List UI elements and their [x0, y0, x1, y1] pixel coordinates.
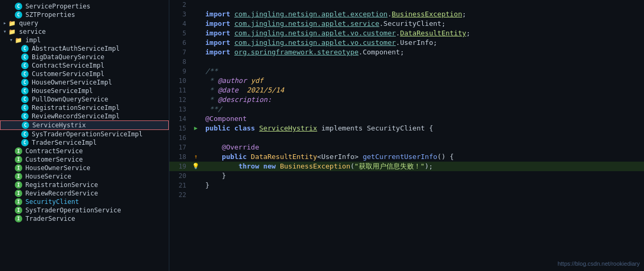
- line-number: 4: [169, 19, 191, 29]
- sidebar-item-label: ReviewRecordServiceImpl: [32, 113, 120, 120]
- sidebar-item-contractservice[interactable]: IContractService: [0, 147, 169, 155]
- code-line-22: 22: [169, 190, 644, 200]
- sidebar-item-systraderoperationserviceimpl[interactable]: CSysTraderOperationServiceImpl: [0, 130, 169, 138]
- line-number: 13: [169, 105, 191, 114]
- code-line-18: 18↑ public DataResultEntity<UserInfo> ge…: [169, 152, 644, 162]
- sidebar-item-registrationserviceimpl[interactable]: CRegistrationServiceImpl: [0, 104, 169, 112]
- line-number: 15: [169, 124, 191, 133]
- line-gutter: [191, 48, 201, 57]
- sidebar-item-servicehystrix[interactable]: CServiceHystrix: [0, 120, 169, 130]
- sidebar-item-impl[interactable]: 📁impl: [0, 36, 169, 44]
- sidebar-item-reviewrecordservice[interactable]: IReviewRecordService: [0, 189, 169, 198]
- line-content: /**: [201, 67, 644, 76]
- sidebar-item-label: TraderServiceImpl: [32, 139, 97, 146]
- line-number: 21: [169, 181, 191, 190]
- sidebar-item-label: HouseOwnerServiceImpl: [32, 79, 112, 86]
- interface-icon: I: [15, 181, 22, 189]
- code-line-17: 17 @Override: [169, 143, 644, 152]
- sidebar-item-label: ServiceProperties: [25, 3, 90, 10]
- class-icon: C: [21, 79, 29, 86]
- line-content: [201, 57, 644, 67]
- interface-icon: I: [15, 207, 22, 214]
- sidebar-item-securityclient[interactable]: ISecurityClient: [0, 198, 169, 206]
- line-gutter: [191, 133, 201, 143]
- line-content: [201, 190, 644, 200]
- sidebar-item-label: ContractService: [25, 147, 83, 155]
- sidebar-item-label: RegistrationService: [25, 181, 98, 189]
- code-line-3: 3import com.jingling.netsign.applet.exce…: [169, 10, 644, 19]
- sidebar-item-label: HouseOwnerService: [25, 164, 90, 172]
- line-number: 2: [169, 0, 191, 10]
- line-content: public DataResultEntity<UserInfo> getCur…: [201, 152, 644, 162]
- line-gutter: [191, 190, 201, 200]
- line-number: 18: [169, 152, 191, 162]
- class-icon: C: [21, 104, 29, 111]
- sidebar-item-registrationservice[interactable]: IRegistrationService: [0, 181, 169, 189]
- sidebar-item-service[interactable]: 📁service: [0, 27, 169, 36]
- line-number: 20: [169, 171, 191, 181]
- line-content: import com.jingling.netsign.applet.vo.cu…: [201, 38, 644, 48]
- sidebar-item-houseserviceimpl[interactable]: CHouseServiceImpl: [0, 87, 169, 95]
- line-content: }: [201, 181, 644, 190]
- file-tree: CServicePropertiesCSZTProperties📁query📁s…: [0, 0, 169, 271]
- line-number: 6: [169, 38, 191, 48]
- line-gutter: [191, 143, 201, 152]
- arrow-icon: [2, 21, 7, 26]
- sidebar-item-query[interactable]: 📁query: [0, 19, 169, 27]
- sidebar-item-label: SZTProperties: [25, 11, 75, 18]
- sidebar-item-customerservice[interactable]: ICustomerService: [0, 155, 169, 164]
- class-icon: C: [21, 139, 29, 146]
- line-content: * @date 2021/5/14: [201, 86, 644, 95]
- sidebar-item-customerserviceimpl[interactable]: CCustomerServiceImpl: [0, 70, 169, 78]
- line-gutter: [191, 105, 201, 114]
- sidebar-item-houseownerservice[interactable]: IHouseOwnerService: [0, 164, 169, 172]
- line-gutter: ↑: [191, 152, 201, 162]
- sidebar-item-houseservice[interactable]: IHouseService: [0, 172, 169, 181]
- line-number: 11: [169, 86, 191, 95]
- line-number: 8: [169, 57, 191, 67]
- line-content: [201, 0, 644, 10]
- code-line-13: 13 **/: [169, 105, 644, 114]
- sidebar-item-serviceproperties[interactable]: CServiceProperties: [0, 2, 169, 11]
- folder-icon: 📁: [8, 28, 16, 35]
- line-gutter: [191, 38, 201, 48]
- code-line-8: 8: [169, 57, 644, 67]
- sidebar-item-reviewrecordserviceimpl[interactable]: CReviewRecordServiceImpl: [0, 112, 169, 120]
- interface-icon: I: [15, 156, 22, 163]
- sidebar-item-traderservice[interactable]: ITraderService: [0, 214, 169, 223]
- sidebar-item-traderserviceimpl[interactable]: CTraderServiceImpl: [0, 138, 169, 147]
- sidebar-item-label: CustomerService: [25, 156, 83, 163]
- sidebar-item-label: SysTraderOperationService: [25, 207, 121, 214]
- sidebar-item-houseownerserviceimpl[interactable]: CHouseOwnerServiceImpl: [0, 78, 169, 87]
- line-gutter: [191, 29, 201, 38]
- code-line-5: 5import com.jingling.netsign.applet.vo.c…: [169, 29, 644, 38]
- sidebar-item-label: RegistrationServiceImpl: [32, 104, 120, 111]
- sidebar-item-sztproperties[interactable]: CSZTProperties: [0, 11, 169, 19]
- sidebar-item-label: SecurityClient: [25, 198, 79, 205]
- sidebar-item-systraderoperationservice[interactable]: ISysTraderOperationService: [0, 206, 169, 214]
- class-icon: C: [21, 130, 29, 138]
- line-content: public class ServiceHystrix implements S…: [201, 124, 644, 133]
- code-table: 2 3import com.jingling.netsign.applet.ex…: [169, 0, 644, 200]
- line-gutter: [191, 57, 201, 67]
- line-number: 9: [169, 67, 191, 76]
- line-number: 10: [169, 76, 191, 86]
- code-line-19: 19💡 throw new BusinessException("获取用户信息失…: [169, 162, 644, 171]
- folder-icon: 📁: [15, 36, 22, 44]
- sidebar-item-contractserviceimpl[interactable]: CContractServiceImpl: [0, 61, 169, 70]
- line-content: * @description:: [201, 95, 644, 105]
- code-line-2: 2: [169, 0, 644, 10]
- sidebar-item-pulldownqueryservice[interactable]: CPullDownQueryService: [0, 95, 169, 104]
- code-line-10: 10 * @author ydf: [169, 76, 644, 86]
- line-number: 14: [169, 114, 191, 124]
- sidebar-item-bigdataqueryservice[interactable]: CBigDataQueryService: [0, 53, 169, 61]
- sidebar-item-label: HouseServiceImpl: [32, 87, 93, 95]
- line-gutter: [191, 10, 201, 19]
- line-content: import com.jingling.netsign.applet.vo.cu…: [201, 29, 644, 38]
- code-line-14: 14@Component: [169, 114, 644, 124]
- sidebar-item-label: SysTraderOperationServiceImpl: [32, 130, 143, 138]
- sidebar-item-abstractauthserviceimpl[interactable]: CAbstractAuthServiceImpl: [0, 44, 169, 53]
- code-line-21: 21}: [169, 181, 644, 190]
- line-number: 16: [169, 133, 191, 143]
- interface-icon: I: [15, 164, 22, 172]
